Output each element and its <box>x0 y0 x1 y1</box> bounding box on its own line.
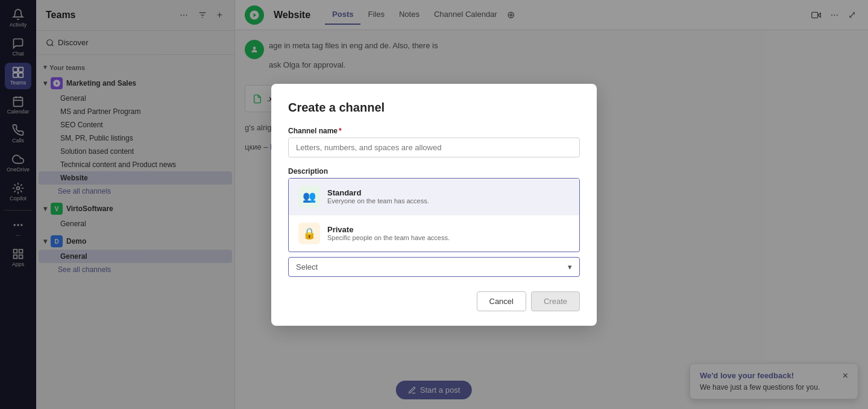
create-channel-modal: Create a channel Channel name * Descript… <box>271 84 597 326</box>
modal-title: Create a channel <box>288 101 580 115</box>
create-button[interactable]: Create <box>531 291 580 311</box>
description-label: Description <box>288 167 580 176</box>
select-dropdown[interactable]: Select ▾ <box>288 257 580 277</box>
privacy-option-private[interactable]: 🔒 Private Specific people on the team ha… <box>289 215 579 252</box>
modal-overlay[interactable]: Create a channel Channel name * Descript… <box>0 0 868 409</box>
standard-icon: 👥 <box>298 186 320 208</box>
channel-name-label: Channel name * <box>288 127 580 135</box>
cancel-button[interactable]: Cancel <box>477 291 526 311</box>
channel-name-input[interactable] <box>288 138 580 157</box>
private-name: Private <box>327 225 450 234</box>
modal-footer: Cancel Create <box>288 291 580 311</box>
privacy-option-standard[interactable]: 👥 Standard Everyone on the team has acce… <box>289 179 579 215</box>
standard-name: Standard <box>327 188 429 197</box>
private-desc: Specific people on the team have access. <box>327 234 450 241</box>
privacy-dropdown: 👥 Standard Everyone on the team has acce… <box>288 178 580 277</box>
chevron-down-icon: ▾ <box>568 262 572 271</box>
standard-desc: Everyone on the team has access. <box>327 197 429 204</box>
private-text: Private Specific people on the team have… <box>327 225 450 241</box>
required-star: * <box>339 127 342 135</box>
private-icon: 🔒 <box>298 223 320 244</box>
standard-text: Standard Everyone on the team has access… <box>327 188 429 204</box>
select-label: Select <box>296 262 318 271</box>
privacy-options-list: 👥 Standard Everyone on the team has acce… <box>288 178 580 252</box>
